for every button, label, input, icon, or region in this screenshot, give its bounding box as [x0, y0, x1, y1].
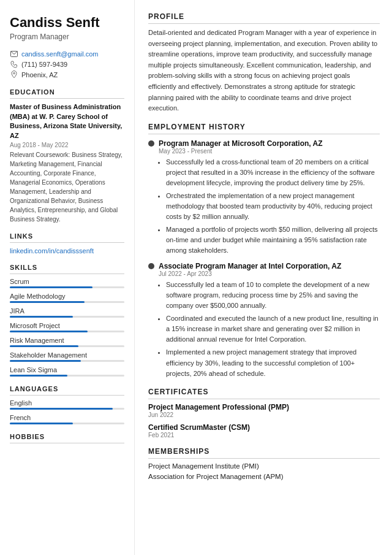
skill-bar-fill: [10, 301, 85, 303]
language-item: English: [10, 399, 124, 410]
memberships-list: Project Management Institute (PMI)Associ…: [148, 462, 380, 480]
skill-bar-bg: [10, 286, 124, 288]
skill-bar-fill: [10, 331, 88, 332]
cert-name: Project Management Professional (PMP): [148, 403, 380, 411]
certificates-list: Project Management Professional (PMP) Ju…: [148, 403, 380, 438]
cert-block: Project Management Professional (PMP) Ju…: [148, 403, 380, 418]
sidebar: Candiss Senft Program Manager candiss.se…: [0, 0, 135, 555]
hobbies-section-title: HOBBIES: [10, 433, 124, 443]
skill-item: Stakeholder Management: [10, 351, 124, 362]
skill-label: JIRA: [10, 307, 124, 315]
skill-item: JIRA: [10, 307, 124, 318]
candidate-title: Program Manager: [10, 33, 124, 41]
bullet-item: Implemented a new project management str…: [166, 347, 380, 378]
job-title-row: Associate Program Manager at Intel Corpo…: [148, 262, 380, 270]
languages-section-title: LANGUAGES: [10, 385, 124, 396]
linkedin-link-row: linkedin.com/in/candisssenft: [10, 247, 124, 255]
skill-label: Stakeholder Management: [10, 351, 124, 359]
bullet-item: Successfully led a team of 10 to complet…: [166, 280, 380, 311]
skill-bar-bg: [10, 360, 124, 362]
employment-section-title: EMPLOYMENT HISTORY: [148, 123, 380, 134]
job-block: Program Manager at Microsoft Corporation…: [148, 139, 380, 256]
job-dot: [148, 140, 154, 147]
location-row: Phoenix, AZ: [10, 71, 124, 78]
skill-item: Scrum: [10, 278, 124, 288]
job-title-row: Program Manager at Microsoft Corporation…: [148, 139, 380, 148]
skill-bar-fill: [10, 360, 81, 362]
email-link[interactable]: candiss.senft@gmail.com: [21, 50, 99, 58]
skill-label: Agile Methodology: [10, 293, 124, 300]
skill-label: Lean Six Sigma: [10, 366, 124, 373]
location-icon: [10, 71, 18, 78]
cert-name: Certified ScrumMaster (CSM): [148, 423, 380, 432]
memberships-section-title: MEMBERSHIPS: [148, 447, 380, 459]
email-icon: [10, 50, 18, 58]
language-bar-fill: [10, 423, 73, 424]
svg-point-1: [13, 73, 14, 74]
job-bullets-list: Successfully led a cross-functional team…: [159, 157, 380, 256]
job-bullets-list: Successfully led a team of 10 to complet…: [159, 280, 380, 378]
contact-block: candiss.senft@gmail.com (711) 597-9439: [10, 50, 124, 78]
skills-section-title: SKILLS: [10, 264, 124, 274]
skill-bar-fill: [10, 375, 67, 377]
employment-list: Program Manager at Microsoft Corporation…: [148, 139, 380, 379]
profile-text: Detail-oriented and dedicated Program Ma…: [148, 28, 380, 114]
edu-degree: Master of Business Administration (MBA) …: [10, 102, 124, 140]
membership-item: Association for Project Management (APM): [148, 473, 380, 480]
skill-item: Risk Management: [10, 337, 124, 347]
phone-icon: [10, 60, 18, 68]
job-title: Associate Program Manager at Intel Corpo…: [159, 262, 341, 270]
skill-bar-bg: [10, 345, 124, 347]
skill-item: Microsoft Project: [10, 322, 124, 332]
language-bar-bg: [10, 423, 124, 424]
phone-row: (711) 597-9439: [10, 60, 124, 68]
candidate-name: Candiss Senft: [10, 15, 124, 31]
language-item: French: [10, 414, 124, 424]
bullet-item: Managed a portfolio of projects worth $5…: [166, 224, 380, 256]
bullet-item: Coordinated and executed the launch of a…: [166, 313, 380, 345]
certificates-section-title: CERTIFICATES: [148, 388, 380, 399]
links-section-title: LINKS: [10, 232, 124, 243]
email-row: candiss.senft@gmail.com: [10, 50, 124, 58]
language-bar-bg: [10, 408, 124, 410]
skill-bar-fill: [10, 286, 92, 288]
language-label: French: [10, 414, 124, 421]
skill-item: Lean Six Sigma: [10, 366, 124, 377]
phone-text: (711) 597-9439: [21, 61, 67, 68]
job-dates: May 2023 - Present: [159, 148, 380, 155]
job-dot: [148, 263, 154, 269]
skill-label: Microsoft Project: [10, 322, 124, 329]
language-bar-fill: [10, 408, 113, 410]
job-block: Associate Program Manager at Intel Corpo…: [148, 262, 380, 378]
language-label: English: [10, 399, 124, 407]
edu-coursework: Relevant Coursework: Business Strategy, …: [10, 150, 124, 224]
job-title: Program Manager at Microsoft Corporation…: [159, 139, 323, 148]
skill-bar-fill: [10, 316, 73, 318]
main-content: PROFILE Detail-oriented and dedicated Pr…: [135, 0, 392, 555]
skill-bar-bg: [10, 331, 124, 332]
cert-date: Jun 2022: [148, 411, 380, 418]
skill-bar-fill: [10, 345, 78, 347]
cert-block: Certified ScrumMaster (CSM) Feb 2021: [148, 423, 380, 438]
skill-bar-bg: [10, 301, 124, 303]
skills-list: Scrum Agile Methodology JIRA Microsoft P…: [10, 278, 124, 377]
profile-section-title: PROFILE: [148, 12, 380, 24]
membership-item: Project Management Institute (PMI): [148, 462, 380, 470]
bullet-item: Orchestrated the implementation of a new…: [166, 191, 380, 222]
resume-container: Candiss Senft Program Manager candiss.se…: [0, 0, 392, 555]
bullet-item: Successfully led a cross-functional team…: [166, 157, 380, 188]
education-section-title: EDUCATION: [10, 88, 124, 99]
cert-date: Feb 2021: [148, 432, 380, 438]
skill-item: Agile Methodology: [10, 293, 124, 303]
edu-dates: Aug 2018 - May 2022: [10, 142, 124, 148]
location-text: Phoenix, AZ: [21, 71, 58, 78]
languages-list: English French: [10, 399, 124, 424]
job-dates: Jul 2022 - Apr 2023: [159, 270, 380, 277]
skill-label: Risk Management: [10, 337, 124, 344]
skill-bar-bg: [10, 316, 124, 318]
skill-bar-bg: [10, 375, 124, 377]
linkedin-link[interactable]: linkedin.com/in/candisssenft: [10, 247, 94, 255]
skill-label: Scrum: [10, 278, 124, 285]
